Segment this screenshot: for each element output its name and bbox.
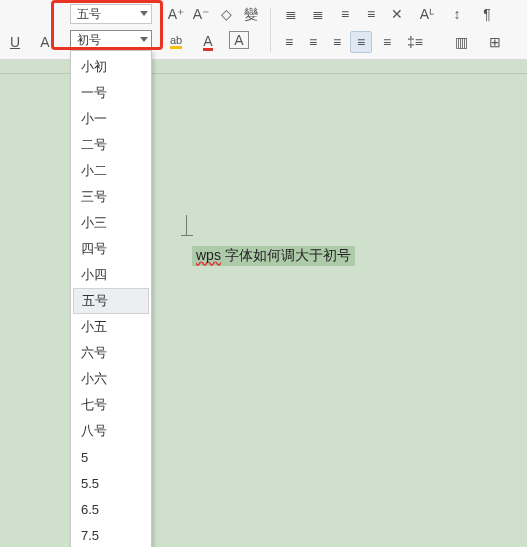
- sample-text-prefix: wps: [196, 247, 221, 263]
- distribute-button[interactable]: ≡: [376, 31, 398, 53]
- decrease-indent-button[interactable]: ≡: [334, 3, 356, 25]
- font-size-display[interactable]: 五号: [70, 4, 152, 24]
- font-size-option[interactable]: 五号: [73, 288, 149, 314]
- clear-format-button[interactable]: ◇: [215, 3, 237, 25]
- sort-button[interactable]: ↕: [446, 3, 468, 25]
- align-center-button[interactable]: ≡: [302, 31, 324, 53]
- text-cursor-base: [181, 235, 193, 236]
- font-size-option[interactable]: 小五: [73, 314, 149, 340]
- font-size-option[interactable]: 5: [73, 444, 149, 470]
- font-size-option[interactable]: 小六: [73, 366, 149, 392]
- font-size-dropdown: 小初一号小一二号小二三号小三四号小四五号小五六号小六七号八号55.56.57.5: [70, 50, 152, 547]
- font-size-option[interactable]: 小一: [73, 106, 149, 132]
- font-size-option[interactable]: 小三: [73, 210, 149, 236]
- font-size-option[interactable]: 三号: [73, 184, 149, 210]
- font-size-option[interactable]: 六号: [73, 340, 149, 366]
- font-size-option[interactable]: 七号: [73, 392, 149, 418]
- font-effects-button[interactable]: A: [34, 31, 56, 53]
- font-size-option[interactable]: 小初: [73, 54, 149, 80]
- font-size-input-value: 初号: [77, 32, 101, 49]
- font-size-option[interactable]: 7.5: [73, 522, 149, 547]
- pinyin-button[interactable]: 變: [240, 3, 262, 25]
- line-spacing-button[interactable]: ‡≡: [404, 31, 426, 53]
- increase-indent-button[interactable]: ≡: [360, 3, 382, 25]
- justify-button[interactable]: ≡: [350, 31, 372, 53]
- tab-settings-button[interactable]: ✕: [386, 3, 408, 25]
- sample-text-rest: 字体如何调大于初号: [221, 247, 351, 263]
- font-size-input[interactable]: 初号: [70, 30, 152, 50]
- font-size-option[interactable]: 5.5: [73, 470, 149, 496]
- char-border-button[interactable]: A: [229, 31, 249, 49]
- align-right-button[interactable]: ≡: [326, 31, 348, 53]
- increase-font-button[interactable]: A⁺: [165, 3, 187, 25]
- chevron-down-icon: [140, 37, 148, 42]
- underline-button[interactable]: U: [4, 31, 26, 53]
- font-size-option[interactable]: 小二: [73, 158, 149, 184]
- font-size-option[interactable]: 一号: [73, 80, 149, 106]
- shading-button[interactable]: ▥: [450, 31, 472, 53]
- decrease-font-button[interactable]: A⁻: [190, 3, 212, 25]
- font-size-option[interactable]: 6.5: [73, 496, 149, 522]
- font-size-option[interactable]: 小四: [73, 262, 149, 288]
- border-button[interactable]: ⊞: [484, 31, 506, 53]
- font-size-option[interactable]: 四号: [73, 236, 149, 262]
- highlight-button[interactable]: ab: [165, 31, 187, 53]
- text-effects-button[interactable]: Aᴸ: [416, 3, 438, 25]
- font-color-button[interactable]: A: [197, 31, 219, 53]
- text-cursor: [186, 215, 187, 235]
- font-size-option[interactable]: 二号: [73, 132, 149, 158]
- font-size-option[interactable]: 八号: [73, 418, 149, 444]
- paragraph-mark-button[interactable]: ¶: [476, 3, 498, 25]
- chevron-down-icon: [140, 11, 148, 16]
- sample-text-selection[interactable]: wps 字体如何调大于初号: [192, 246, 355, 266]
- font-size-value: 五号: [77, 6, 101, 23]
- numbering-button[interactable]: ≣: [307, 3, 329, 25]
- align-left-button[interactable]: ≡: [278, 31, 300, 53]
- bullets-button[interactable]: ≣: [280, 3, 302, 25]
